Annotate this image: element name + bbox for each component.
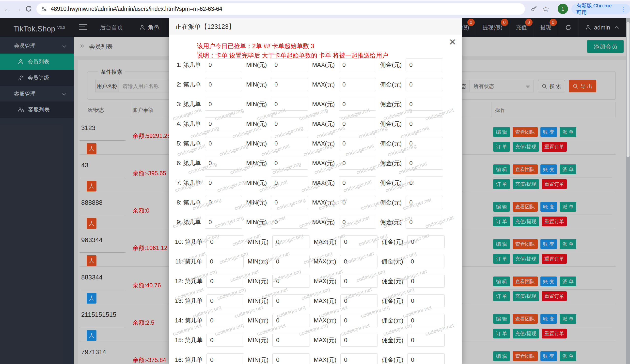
order-number-input[interactable] [205,157,242,170]
max-input[interactable] [338,58,376,71]
max-input[interactable] [338,98,376,111]
max-input[interactable] [340,334,378,347]
min-input[interactable] [272,334,310,347]
close-icon[interactable]: × [449,36,456,47]
dispatch-form-rows: 1: 第几单MIN(元)MAX(元)佣金(元)2: 第几单MIN(元)MAX(元… [169,58,462,364]
order-number-input[interactable] [206,354,244,364]
commission-input[interactable] [407,275,445,288]
order-number-input[interactable] [205,196,242,209]
forward-icon[interactable]: → [14,4,22,13]
commission-input[interactable] [406,216,443,229]
min-label: MIN(元) [248,356,268,364]
max-input[interactable] [338,216,376,229]
commission-input[interactable] [406,78,443,91]
max-input[interactable] [340,235,378,248]
reload-icon[interactable] [24,4,33,13]
max-input[interactable] [340,314,378,327]
commission-input[interactable] [406,196,443,209]
order-number-input[interactable] [206,334,244,347]
max-label: MAX(元) [314,238,336,246]
dispatch-row: 16: 第几单MIN(元)MAX(元)佣金(元) [169,354,462,364]
max-label: MAX(元) [314,258,336,265]
bookmark-star-icon[interactable]: ☆ [542,4,550,13]
commission-input[interactable] [407,334,445,347]
min-input[interactable] [272,354,310,364]
max-input[interactable] [338,196,376,209]
max-input[interactable] [340,275,378,288]
min-input[interactable] [272,314,310,327]
commission-label: 佣金(元) [380,218,402,226]
commission-label: 佣金(元) [380,159,402,167]
min-input[interactable] [271,118,308,130]
max-label: MAX(元) [314,356,336,364]
max-input[interactable] [338,137,376,150]
max-input[interactable] [340,354,378,364]
min-input[interactable] [271,177,308,189]
min-input[interactable] [271,98,308,111]
commission-input[interactable] [407,294,445,307]
commission-input[interactable] [407,314,445,327]
dispatch-row: 7: 第几单MIN(元)MAX(元)佣金(元) [169,177,462,189]
order-number-input[interactable] [206,294,244,307]
min-input[interactable] [271,196,308,209]
max-input[interactable] [340,255,378,268]
max-input[interactable] [338,157,376,170]
dispatch-row: 2: 第几单MIN(元)MAX(元)佣金(元) [169,78,462,91]
max-input[interactable] [338,78,376,91]
max-label: MAX(元) [312,159,335,167]
commission-input[interactable] [407,235,445,248]
order-number-input[interactable] [205,58,242,71]
order-number-input[interactable] [206,314,244,327]
dispatch-row: 1: 第几单MIN(元)MAX(元)佣金(元) [169,58,462,71]
max-input[interactable] [338,177,376,189]
commission-input[interactable] [406,118,443,130]
max-input[interactable] [340,294,378,307]
scrollbar-thumb[interactable] [626,22,630,157]
page-scrollbar[interactable] [626,18,630,364]
commission-input[interactable] [406,58,443,71]
url-bar[interactable]: 48910.hwymw.net/admin#/admin/users/index… [36,3,525,15]
commission-input[interactable] [407,255,444,268]
order-number-input[interactable] [205,177,242,189]
order-index-label: 15: 第几单 [175,336,202,344]
min-input[interactable] [272,294,310,307]
dispatch-row: 3: 第几单MIN(元)MAX(元)佣金(元) [169,98,462,111]
order-number-input[interactable] [205,118,242,130]
site-info-icon[interactable] [41,6,47,12]
dispatch-row: 13: 第几单MIN(元)MAX(元)佣金(元) [169,294,462,307]
max-label: MAX(元) [312,140,335,148]
screen: ← → 48910.hwymw.net/admin#/admin/users/i… [0,0,630,364]
min-input[interactable] [271,78,308,91]
browser-menu-icon[interactable]: ⋮ [620,6,626,12]
order-number-input[interactable] [206,235,244,248]
order-number-input[interactable] [205,216,242,229]
max-label: MAX(元) [314,297,336,305]
browser-toolbar: ← → 48910.hwymw.net/admin#/admin/users/i… [0,0,630,18]
commission-input[interactable] [406,157,443,170]
chrome-update-button[interactable]: 有新版 Chrome 可用 ⋮ [572,4,630,14]
min-input[interactable] [272,235,310,248]
commission-input[interactable] [407,354,445,364]
min-input[interactable] [271,137,308,150]
order-number-input[interactable] [205,98,242,111]
order-number-input[interactable] [205,78,242,91]
commission-input[interactable] [406,137,443,150]
min-input[interactable] [271,216,308,229]
max-input[interactable] [338,118,376,130]
order-number-input[interactable] [206,255,244,268]
commission-input[interactable] [406,177,443,189]
min-input[interactable] [272,255,310,268]
min-label: MIN(元) [248,297,268,305]
back-icon[interactable]: ← [3,4,12,13]
min-input[interactable] [271,157,308,170]
profile-avatar[interactable]: 1 [558,4,568,14]
min-input[interactable] [272,275,310,288]
order-number-input[interactable] [206,275,244,288]
commission-input[interactable] [406,98,443,111]
order-index-label: 5: 第几单 [177,140,201,148]
min-input[interactable] [271,58,308,71]
password-key-icon[interactable] [530,4,538,13]
order-index-label: 16: 第几单 [175,356,202,364]
order-number-input[interactable] [205,137,242,150]
url-text[interactable]: 48910.hwymw.net/admin#/admin/users/index… [51,6,222,12]
